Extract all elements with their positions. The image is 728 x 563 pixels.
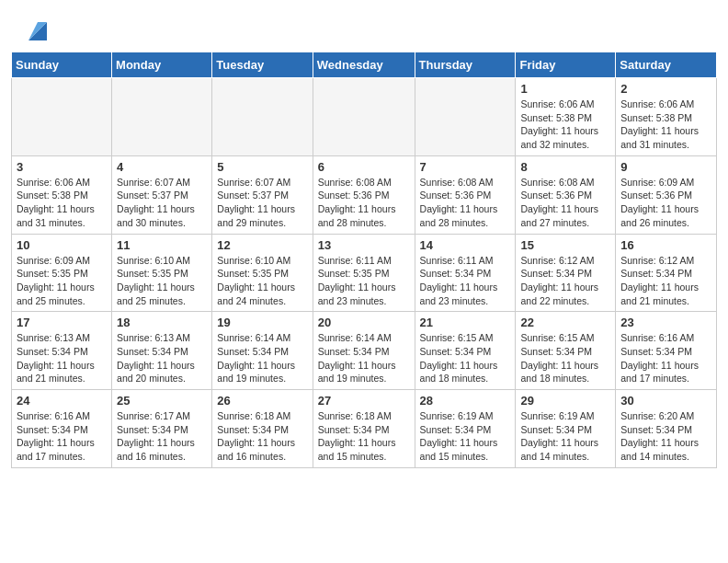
- day-number: 6: [318, 160, 410, 174]
- weekday-header: Monday: [112, 52, 212, 78]
- day-info: Sunrise: 6:06 AM Sunset: 5:38 PM Dayligh…: [620, 98, 711, 152]
- page-header: [0, 0, 728, 52]
- day-info: Sunrise: 6:13 AM Sunset: 5:34 PM Dayligh…: [17, 331, 107, 385]
- logo-icon: [21, 15, 51, 44]
- calendar-table: SundayMondayTuesdayWednesdayThursdayFrid…: [11, 52, 717, 468]
- calendar-cell: [112, 78, 212, 156]
- day-info: Sunrise: 6:08 AM Sunset: 5:36 PM Dayligh…: [520, 176, 610, 230]
- day-info: Sunrise: 6:06 AM Sunset: 5:38 PM Dayligh…: [17, 176, 107, 230]
- day-info: Sunrise: 6:06 AM Sunset: 5:38 PM Dayligh…: [520, 98, 610, 152]
- calendar-wrapper: SundayMondayTuesdayWednesdayThursdayFrid…: [0, 52, 728, 479]
- day-number: 3: [17, 160, 107, 174]
- calendar-cell: 22Sunrise: 6:15 AM Sunset: 5:34 PM Dayli…: [516, 312, 616, 390]
- day-number: 22: [520, 316, 610, 329]
- calendar-cell: 13Sunrise: 6:11 AM Sunset: 5:35 PM Dayli…: [313, 234, 415, 312]
- day-number: 7: [420, 160, 511, 174]
- day-info: Sunrise: 6:19 AM Sunset: 5:34 PM Dayligh…: [520, 409, 610, 464]
- day-info: Sunrise: 6:08 AM Sunset: 5:36 PM Dayligh…: [420, 176, 511, 230]
- calendar-cell: 20Sunrise: 6:14 AM Sunset: 5:34 PM Dayli…: [313, 312, 415, 390]
- day-number: 26: [217, 394, 307, 408]
- calendar-cell: 25Sunrise: 6:17 AM Sunset: 5:34 PM Dayli…: [112, 390, 212, 468]
- calendar-cell: 16Sunrise: 6:12 AM Sunset: 5:34 PM Dayli…: [616, 234, 717, 312]
- calendar-cell: 12Sunrise: 6:10 AM Sunset: 5:35 PM Dayli…: [212, 234, 313, 312]
- weekday-header: Friday: [516, 52, 616, 78]
- day-info: Sunrise: 6:14 AM Sunset: 5:34 PM Dayligh…: [318, 331, 410, 385]
- day-info: Sunrise: 6:12 AM Sunset: 5:34 PM Dayligh…: [620, 254, 711, 308]
- day-info: Sunrise: 6:10 AM Sunset: 5:35 PM Dayligh…: [117, 254, 207, 308]
- day-number: 17: [17, 316, 107, 329]
- day-number: 14: [420, 238, 511, 252]
- day-number: 13: [318, 238, 410, 252]
- weekday-header: Saturday: [616, 52, 717, 78]
- day-info: Sunrise: 6:11 AM Sunset: 5:35 PM Dayligh…: [318, 254, 410, 308]
- calendar-cell: 3Sunrise: 6:06 AM Sunset: 5:38 PM Daylig…: [12, 155, 112, 234]
- logo: [18, 15, 51, 44]
- day-number: 27: [318, 394, 410, 408]
- day-number: 1: [520, 82, 610, 96]
- calendar-cell: [212, 78, 313, 156]
- calendar-cell: 6Sunrise: 6:08 AM Sunset: 5:36 PM Daylig…: [313, 155, 415, 234]
- day-info: Sunrise: 6:10 AM Sunset: 5:35 PM Dayligh…: [217, 254, 307, 308]
- day-info: Sunrise: 6:14 AM Sunset: 5:34 PM Dayligh…: [217, 331, 307, 385]
- day-info: Sunrise: 6:16 AM Sunset: 5:34 PM Dayligh…: [17, 409, 107, 464]
- calendar-cell: [12, 78, 112, 156]
- calendar-cell: 29Sunrise: 6:19 AM Sunset: 5:34 PM Dayli…: [516, 390, 616, 468]
- day-number: 2: [620, 82, 711, 96]
- day-number: 11: [117, 238, 207, 252]
- calendar-cell: 7Sunrise: 6:08 AM Sunset: 5:36 PM Daylig…: [415, 155, 516, 234]
- calendar-cell: 18Sunrise: 6:13 AM Sunset: 5:34 PM Dayli…: [112, 312, 212, 390]
- day-number: 29: [520, 394, 610, 408]
- day-number: 18: [117, 316, 207, 329]
- weekday-header: Sunday: [12, 52, 112, 78]
- calendar-header: SundayMondayTuesdayWednesdayThursdayFrid…: [12, 52, 717, 78]
- day-number: 23: [620, 316, 711, 329]
- day-number: 28: [420, 394, 511, 408]
- weekday-header: Wednesday: [313, 52, 415, 78]
- calendar-week-row: 10Sunrise: 6:09 AM Sunset: 5:35 PM Dayli…: [12, 234, 717, 312]
- weekday-header: Tuesday: [212, 52, 313, 78]
- calendar-cell: 23Sunrise: 6:16 AM Sunset: 5:34 PM Dayli…: [616, 312, 717, 390]
- calendar-cell: 21Sunrise: 6:15 AM Sunset: 5:34 PM Dayli…: [415, 312, 516, 390]
- calendar-cell: 17Sunrise: 6:13 AM Sunset: 5:34 PM Dayli…: [12, 312, 112, 390]
- day-info: Sunrise: 6:18 AM Sunset: 5:34 PM Dayligh…: [318, 409, 410, 464]
- calendar-cell: 4Sunrise: 6:07 AM Sunset: 5:37 PM Daylig…: [112, 155, 212, 234]
- day-info: Sunrise: 6:07 AM Sunset: 5:37 PM Dayligh…: [217, 176, 307, 230]
- calendar-cell: 1Sunrise: 6:06 AM Sunset: 5:38 PM Daylig…: [516, 78, 616, 156]
- day-number: 20: [318, 316, 410, 329]
- calendar-week-row: 17Sunrise: 6:13 AM Sunset: 5:34 PM Dayli…: [12, 312, 717, 390]
- day-number: 19: [217, 316, 307, 329]
- day-info: Sunrise: 6:08 AM Sunset: 5:36 PM Dayligh…: [318, 176, 410, 230]
- calendar-cell: 19Sunrise: 6:14 AM Sunset: 5:34 PM Dayli…: [212, 312, 313, 390]
- calendar-cell: [415, 78, 516, 156]
- day-number: 30: [620, 394, 711, 408]
- calendar-cell: 15Sunrise: 6:12 AM Sunset: 5:34 PM Dayli…: [516, 234, 616, 312]
- day-info: Sunrise: 6:07 AM Sunset: 5:37 PM Dayligh…: [117, 176, 207, 230]
- calendar-cell: 28Sunrise: 6:19 AM Sunset: 5:34 PM Dayli…: [415, 390, 516, 468]
- day-info: Sunrise: 6:09 AM Sunset: 5:35 PM Dayligh…: [17, 254, 107, 308]
- day-info: Sunrise: 6:11 AM Sunset: 5:34 PM Dayligh…: [420, 254, 511, 308]
- calendar-cell: 10Sunrise: 6:09 AM Sunset: 5:35 PM Dayli…: [12, 234, 112, 312]
- calendar-cell: 8Sunrise: 6:08 AM Sunset: 5:36 PM Daylig…: [516, 155, 616, 234]
- calendar-cell: 24Sunrise: 6:16 AM Sunset: 5:34 PM Dayli…: [12, 390, 112, 468]
- day-number: 25: [117, 394, 207, 408]
- day-info: Sunrise: 6:15 AM Sunset: 5:34 PM Dayligh…: [520, 331, 610, 385]
- calendar-cell: 2Sunrise: 6:06 AM Sunset: 5:38 PM Daylig…: [616, 78, 717, 156]
- calendar-cell: 9Sunrise: 6:09 AM Sunset: 5:36 PM Daylig…: [616, 155, 717, 234]
- day-number: 24: [17, 394, 107, 408]
- weekday-header: Thursday: [415, 52, 516, 78]
- day-number: 15: [520, 238, 610, 252]
- day-info: Sunrise: 6:17 AM Sunset: 5:34 PM Dayligh…: [117, 409, 207, 464]
- calendar-cell: 11Sunrise: 6:10 AM Sunset: 5:35 PM Dayli…: [112, 234, 212, 312]
- day-info: Sunrise: 6:13 AM Sunset: 5:34 PM Dayligh…: [117, 331, 207, 385]
- day-number: 9: [620, 160, 711, 174]
- calendar-cell: 27Sunrise: 6:18 AM Sunset: 5:34 PM Dayli…: [313, 390, 415, 468]
- day-info: Sunrise: 6:20 AM Sunset: 5:34 PM Dayligh…: [620, 409, 711, 464]
- day-info: Sunrise: 6:19 AM Sunset: 5:34 PM Dayligh…: [420, 409, 511, 464]
- calendar-week-row: 24Sunrise: 6:16 AM Sunset: 5:34 PM Dayli…: [12, 390, 717, 468]
- day-number: 12: [217, 238, 307, 252]
- day-info: Sunrise: 6:15 AM Sunset: 5:34 PM Dayligh…: [420, 331, 511, 385]
- day-info: Sunrise: 6:18 AM Sunset: 5:34 PM Dayligh…: [217, 409, 307, 464]
- calendar-cell: 14Sunrise: 6:11 AM Sunset: 5:34 PM Dayli…: [415, 234, 516, 312]
- calendar-cell: 5Sunrise: 6:07 AM Sunset: 5:37 PM Daylig…: [212, 155, 313, 234]
- day-info: Sunrise: 6:16 AM Sunset: 5:34 PM Dayligh…: [620, 331, 711, 385]
